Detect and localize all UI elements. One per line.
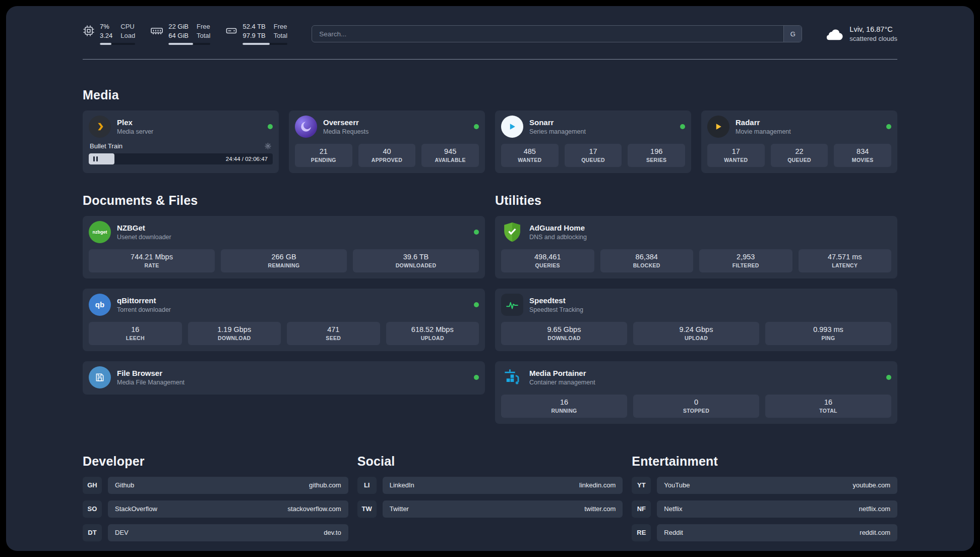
stat-movies: 834 MOVIES	[834, 144, 891, 167]
stat-upload: 9.24 Gbps UPLOAD	[633, 322, 759, 345]
app-card-filebrowser[interactable]: File Browser Media File Management	[83, 361, 485, 395]
stat-latency: 47.571 ms LATENCY	[799, 249, 892, 272]
app-meta: File Browser Media File Management	[117, 369, 185, 386]
app-card-overseerr[interactable]: Overseerr Media Requests 21 PENDING 40 A…	[289, 110, 485, 173]
app-name: File Browser	[117, 369, 185, 377]
dashboard-panel: 7% 3.24 CPU Load	[6, 6, 974, 551]
section-entertainment: Entertainment YT YouTube youtube.com NF …	[632, 454, 897, 548]
section-developer: Developer GH Github github.com SO StackO…	[83, 454, 348, 548]
status-dot	[886, 375, 891, 380]
app-meta: NZBGet Usenet downloader	[117, 224, 171, 241]
bookmark-sections: Developer GH Github github.com SO StackO…	[83, 454, 897, 548]
stackoverflow-badge[interactable]: SO	[83, 500, 102, 518]
github-badge[interactable]: GH	[83, 477, 102, 494]
stat-seed: 471 SEED	[287, 322, 380, 345]
app-meta: Overseerr Media Requests	[323, 118, 369, 135]
netflix-link[interactable]: Netflix netflix.com	[657, 500, 897, 518]
stat-leech: 16 LEECH	[89, 322, 182, 345]
plex-icon	[89, 116, 111, 138]
reddit-link[interactable]: Reddit reddit.com	[657, 524, 897, 541]
linkedin-badge[interactable]: LI	[357, 477, 377, 494]
topbar-divider	[83, 59, 897, 60]
section-social: Social LI LinkedIn linkedin.com TW Twitt…	[357, 454, 623, 548]
cpu-load-value: 3.24	[100, 32, 112, 40]
pause-button[interactable]	[93, 156, 98, 161]
dev-link[interactable]: DEV dev.to	[108, 524, 348, 541]
twitter-badge[interactable]: TW	[357, 500, 377, 518]
app-meta: AdGuard Home DNS and adblocking	[529, 224, 587, 241]
stat-queries: 498,461 QUERIES	[501, 249, 594, 272]
stat-downloaded: 39.6 TB DOWNLOADED	[353, 249, 479, 272]
disk-free-label: Free	[274, 23, 287, 31]
youtube-badge[interactable]: YT	[632, 477, 651, 494]
stats-row: 744.21 Mbps RATE 266 GB REMAINING 39.6 T…	[89, 249, 479, 272]
app-name: Speedtest	[529, 296, 583, 305]
dev-badge[interactable]: DT	[83, 524, 102, 541]
stat-upload: 618.52 Mbps UPLOAD	[386, 322, 479, 345]
app-meta: Media Portainer Container management	[529, 369, 595, 386]
status-dot	[474, 375, 479, 380]
app-card-speedtest[interactable]: Speedtest Speedtest Tracking 9.65 Gbps D…	[495, 289, 897, 351]
search-engine-button[interactable]: G	[783, 26, 802, 42]
search-input[interactable]	[312, 30, 783, 38]
app-subtitle: Series management	[529, 128, 586, 135]
gear-icon[interactable]	[264, 142, 272, 150]
section-media: Media Plex Media server Bullet Train	[83, 88, 897, 173]
link-row-netflix: NF Netflix netflix.com	[632, 500, 897, 518]
section-title-media: Media	[83, 88, 897, 102]
link-row-stackoverflow: SO StackOverflow stackoverflow.com	[83, 500, 348, 518]
app-name: AdGuard Home	[529, 224, 587, 232]
system-resources: 7% 3.24 CPU Load	[83, 23, 287, 45]
app-card-qbittorrent[interactable]: qb qBittorrent Torrent downloader 16 LEE…	[83, 289, 485, 351]
app-card-adguard[interactable]: AdGuard Home DNS and adblocking 498,461 …	[495, 216, 897, 278]
youtube-link[interactable]: YouTube youtube.com	[657, 477, 897, 494]
stat-queued: 17 QUEUED	[565, 144, 622, 167]
stat-running: 16 RUNNING	[501, 395, 627, 418]
link-row-reddit: RE Reddit reddit.com	[632, 524, 897, 541]
reddit-badge[interactable]: RE	[632, 524, 651, 541]
playback-progress-bar[interactable]: 24:44 / 02:06:47	[89, 153, 273, 164]
section-title-entertainment: Entertainment	[632, 454, 897, 469]
link-row-github: GH Github github.com	[83, 477, 348, 494]
app-card-sonarr[interactable]: Sonarr Series management 485 WANTED 17 Q…	[495, 110, 691, 173]
link-row-linkedin: LI LinkedIn linkedin.com	[357, 477, 623, 494]
app-card-plex[interactable]: Plex Media server Bullet Train	[83, 110, 279, 173]
stats-row: 16 RUNNING 0 STOPPED 16 TOTAL	[501, 395, 891, 418]
memory-free-value: 22 GiB	[168, 23, 189, 31]
app-subtitle: Speedtest Tracking	[529, 306, 583, 313]
memory-free-label: Free	[197, 23, 210, 31]
netflix-badge[interactable]: NF	[632, 500, 651, 518]
app-card-radarr[interactable]: Radarr Movie management 17 WANTED 22 QUE…	[701, 110, 897, 173]
app-card-nzbget[interactable]: nzbget NZBGet Usenet downloader 744.21 M…	[83, 216, 485, 278]
stackoverflow-link[interactable]: StackOverflow stackoverflow.com	[108, 500, 348, 518]
disk-widget: 52.4 TB 97.9 TB Free Total	[225, 23, 287, 45]
disk-total-value: 97.9 TB	[242, 32, 265, 40]
cpu-progress-bar	[100, 43, 135, 45]
twitter-link[interactable]: Twitter twitter.com	[383, 500, 623, 518]
cpu-load-label: Load	[120, 32, 135, 40]
link-row-dev: DT DEV dev.to	[83, 524, 348, 541]
stats-row: 21 PENDING 40 APPROVED 945 AVAILABLE	[295, 144, 479, 167]
memory-icon	[150, 25, 163, 37]
overseerr-icon	[295, 116, 317, 138]
linkedin-link[interactable]: LinkedIn linkedin.com	[383, 477, 623, 494]
stat-pending: 21 PENDING	[295, 144, 352, 167]
cpu-icon	[83, 25, 95, 37]
link-row-youtube: YT YouTube youtube.com	[632, 477, 897, 494]
app-card-portainer[interactable]: Media Portainer Container management 16 …	[495, 361, 897, 424]
now-playing-widget: Bullet Train 24:44 / 02:06:47	[89, 141, 273, 164]
app-meta: Sonarr Series management	[529, 118, 586, 135]
app-subtitle: Usenet downloader	[117, 234, 171, 241]
stat-download: 1.19 Gbps DOWNLOAD	[188, 322, 281, 345]
app-subtitle: Media Requests	[323, 128, 369, 135]
disk-total-label: Total	[274, 32, 287, 40]
stat-total: 16 TOTAL	[765, 395, 891, 418]
stat-download: 9.65 Gbps DOWNLOAD	[501, 322, 627, 345]
github-link[interactable]: Github github.com	[108, 477, 348, 494]
stat-filtered: 2,953 FILTERED	[699, 249, 792, 272]
status-dot	[680, 124, 685, 129]
app-name: qBittorrent	[117, 296, 171, 305]
search-bar: G	[312, 25, 802, 42]
app-subtitle: Movie management	[736, 128, 791, 135]
section-title-social: Social	[357, 454, 623, 469]
